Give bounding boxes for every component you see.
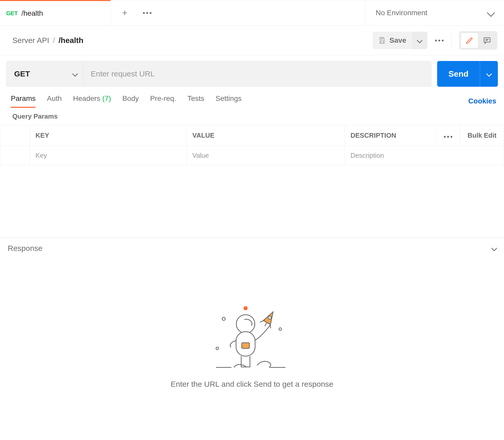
request-subtabs: Params Auth Headers (7) Body Pre-req. Te…: [11, 94, 241, 108]
tab-headers-label: Headers: [73, 94, 100, 102]
tab-auth[interactable]: Auth: [47, 94, 62, 108]
send-options-button[interactable]: [480, 61, 498, 87]
column-key: KEY: [30, 125, 187, 146]
param-key-input[interactable]: [35, 152, 181, 160]
tab-settings[interactable]: Settings: [215, 94, 241, 108]
tab-actions: [111, 0, 365, 25]
tab-prereq[interactable]: Pre-req.: [150, 94, 176, 108]
more-icon: [444, 136, 452, 138]
right-mode-buttons: [459, 31, 497, 50]
environment-label: No Environment: [376, 9, 427, 17]
response-collapse-button[interactable]: [491, 245, 497, 251]
bulk-edit-button[interactable]: Bulk Edit: [460, 125, 504, 146]
param-description-input[interactable]: [350, 152, 498, 160]
svg-point-3: [222, 317, 225, 320]
breadcrumb: Server API / /health: [12, 36, 83, 45]
response-title: Response: [8, 244, 42, 253]
request-tab[interactable]: GET /health: [0, 0, 111, 25]
svg-point-5: [216, 347, 219, 350]
chevron-down-icon: [417, 38, 423, 43]
column-value: VALUE: [187, 125, 345, 146]
comments-button[interactable]: [478, 33, 496, 48]
row-checkbox-cell[interactable]: [0, 146, 30, 165]
save-options-button[interactable]: [412, 32, 427, 49]
save-button[interactable]: Save: [373, 32, 412, 49]
divider: [451, 33, 452, 48]
svg-point-4: [279, 328, 282, 330]
documentation-button[interactable]: [461, 33, 478, 48]
column-checkbox: [0, 125, 30, 146]
column-description: DESCRIPTION: [345, 125, 436, 146]
response-empty-state: Enter the URL and click Send to get a re…: [0, 258, 504, 440]
pencil-icon: [465, 36, 474, 45]
column-options-button[interactable]: [436, 125, 460, 146]
breadcrumb-request: /health: [59, 36, 84, 45]
save-button-group: Save: [373, 32, 427, 49]
query-params-title: Query Params: [0, 108, 504, 125]
tab-tests[interactable]: Tests: [187, 94, 204, 108]
send-button-group: Send: [437, 61, 498, 87]
cookies-link[interactable]: Cookies: [468, 97, 496, 105]
tab-headers[interactable]: Headers (7): [73, 94, 111, 108]
svg-point-7: [244, 306, 248, 310]
table-row: [0, 146, 504, 165]
tab-params[interactable]: Params: [11, 94, 35, 108]
save-icon: [378, 37, 386, 44]
url-input[interactable]: [84, 61, 431, 86]
tab-name-label: /health: [21, 9, 43, 17]
more-icon: [435, 40, 437, 41]
svg-rect-9: [242, 343, 249, 348]
tab-body[interactable]: Body: [122, 94, 139, 108]
new-tab-button[interactable]: [121, 10, 128, 16]
svg-rect-2: [484, 38, 490, 42]
astronaut-rocket-illustration: [206, 305, 298, 372]
plus-icon: [121, 10, 128, 16]
send-button[interactable]: Send: [437, 61, 480, 87]
svg-rect-0: [381, 38, 383, 39]
chevron-down-icon: [487, 9, 495, 17]
response-empty-message: Enter the URL and click Send to get a re…: [171, 380, 334, 389]
param-value-input[interactable]: [192, 152, 339, 160]
query-params-table: KEY VALUE DESCRIPTION Bulk Edit: [0, 125, 504, 165]
tab-method-label: GET: [6, 10, 18, 17]
chevron-down-icon: [486, 71, 492, 77]
environment-selector[interactable]: No Environment: [365, 0, 504, 25]
breadcrumb-separator: /: [53, 36, 55, 45]
save-label: Save: [390, 36, 406, 45]
table-header-row: KEY VALUE DESCRIPTION Bulk Edit: [0, 125, 504, 146]
breadcrumb-collection[interactable]: Server API: [12, 36, 49, 45]
method-label: GET: [14, 69, 30, 78]
params-empty-area: [0, 165, 504, 238]
more-icon: [143, 12, 145, 14]
tab-more-button[interactable]: [143, 12, 151, 14]
svg-rect-1: [381, 41, 383, 43]
chevron-down-icon: [72, 71, 78, 77]
method-selector[interactable]: GET: [6, 61, 84, 86]
tab-headers-count: (7): [102, 94, 111, 102]
comment-icon: [483, 36, 491, 45]
request-more-button[interactable]: [435, 40, 444, 41]
url-bar: GET: [6, 61, 431, 87]
